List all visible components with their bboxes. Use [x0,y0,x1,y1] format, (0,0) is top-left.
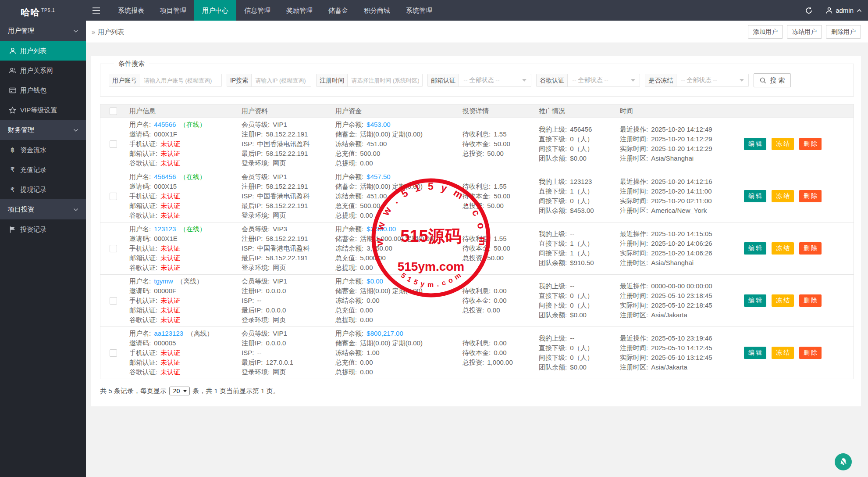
topbar: 哈哈TP5.1 系统报表项目管理用户中心信息管理奖励管理储蓄金积分商城系统管理 … [0,0,868,21]
nav-item[interactable]: 储蓄金 [320,0,356,21]
top-navigation: 系统报表项目管理用户中心信息管理奖励管理储蓄金积分商城系统管理 [110,0,440,21]
promotion-cell: 我的上级: --直接下级: 0（人）间接下级: 0（人）团队余额: $0.00 [535,327,616,379]
content-card: 条件搜索 用户账号IP搜索注册时间邮箱认证-- 全部状态 --谷歌认证-- 全部… [91,56,861,406]
sidebar-group[interactable]: 项目投资 [0,199,86,219]
sidebar-group[interactable]: 财务管理 [0,120,86,140]
sidebar-item[interactable]: 投资记录 [0,219,86,239]
page-size-value: 20 [173,387,180,395]
chevron-down-icon [73,129,78,132]
invest-detail-cell: 待收利息: 0.00待收本金: 0.00总投资: 1,000.00 [459,327,535,379]
freeze-button[interactable]: 冻结 [772,190,794,202]
row-checkbox[interactable] [110,193,117,200]
freeze-button[interactable]: 冻结 [772,138,794,150]
sidebar-item[interactable]: 用户钱包 [0,80,86,100]
search-field: 注册时间 [316,74,423,87]
user-funds-cell: 用户余额: $3,930.00储蓄金: 活期(1,000.00) 定期(0.00… [332,222,459,274]
refresh-icon[interactable] [805,7,813,14]
search-button[interactable]: 搜 索 [754,73,791,87]
bell-slash-icon [839,457,848,467]
invest-detail-cell: 待收利息: 1.55待收本金: 50.00总投资: 50.00 [459,170,535,222]
rupee-icon: ₹ [9,160,16,179]
sidebar-item[interactable]: 用户关系网 [0,61,86,80]
invest-detail-cell: 待收利息: 0.00待收本金: 0.00总投资: 0.00 [459,275,535,326]
notification-mute-button[interactable] [835,453,852,470]
invest-detail-cell: 待收利息: 1.55待收本金: 50.00总投资: 50.00 [459,222,535,274]
rupee-icon: ₹ [9,179,16,199]
freeze-button[interactable]: 冻结 [772,294,794,307]
user-profile-cell: 会员等级: VIP3注册IP: 58.152.22.191ISP: 中国香港电讯… [238,222,332,274]
delete-button[interactable]: 删除 [799,190,822,202]
search-input[interactable] [252,74,311,86]
edit-button[interactable]: 编辑 [744,294,766,307]
promotion-cell: 我的上级: --直接下级: 0（人）间接下级: 0（人）团队余额: $0.00 [535,275,616,326]
search-field: 用户账号 [109,74,222,87]
search-select[interactable]: -- 全部状态 -- [568,74,640,86]
sidebar-item[interactable]: ₹充值记录 [0,160,86,179]
page-title: 用户列表 [98,28,124,36]
chevron-down-icon [73,29,78,33]
baht-icon: ฿ [9,140,16,160]
nav-item[interactable]: 奖励管理 [278,0,320,21]
brand-version: TP5.1 [41,8,55,13]
admin-menu[interactable]: admin [826,7,862,14]
time-cell: 最近操作: 0000-00-00 00:00:00注册时间: 2025-05-1… [616,275,740,326]
freeze-button[interactable]: 冻结 [772,347,794,359]
nav-item[interactable]: 积分商城 [356,0,398,21]
delete-button[interactable]: 删除 [799,347,822,359]
edit-button[interactable]: 编辑 [744,242,766,255]
row-checkbox[interactable] [110,297,117,305]
page-action-button[interactable]: 添加用户 [748,25,783,39]
breadcrumb: »用户列表 [92,21,124,43]
users-icon [9,67,16,74]
nav-item[interactable]: 项目管理 [152,0,194,21]
user-funds-cell: 用户余额: $800,217.00储蓄金: 活期(0.00) 定期(0.00)冻… [332,327,459,379]
search-panel: 条件搜索 用户账号IP搜索注册时间邮箱认证-- 全部状态 --谷歌认证-- 全部… [100,60,854,97]
page-action-button[interactable]: 删除用户 [826,25,861,39]
user-profile-cell: 会员等级: VIP1注册IP: 58.152.22.191ISP: 中国香港电讯… [238,118,332,170]
row-checkbox[interactable] [110,245,117,252]
column-header: 投资详情 [459,107,535,115]
nav-item[interactable]: 系统管理 [398,0,440,21]
flag-icon [9,226,16,233]
table-row: 用户名: tgymw （离线）邀请码: 00000F手机认证: 未认证邮箱认证:… [100,275,854,327]
freeze-button[interactable]: 冻结 [772,242,794,255]
sidebar: 用户管理用户列表用户关系网用户钱包VIP等级设置财务管理฿资金流水₹充值记录₹提… [0,21,86,477]
select-all-checkbox[interactable] [110,108,117,115]
search-input[interactable] [348,74,422,86]
wallet-icon [9,87,16,93]
nav-item[interactable]: 用户中心 [194,0,236,21]
user-info-cell: 用户名: 445566 （在线）邀请码: 000X1F手机认证: 未认证邮箱认证… [126,118,238,170]
sidebar-item[interactable]: ₹提现记录 [0,179,86,199]
sidebar-item[interactable]: 用户列表 [0,41,86,61]
invest-detail-cell: 待收利息: 1.55待收本金: 50.00总投资: 50.00 [459,118,535,170]
edit-button[interactable]: 编辑 [744,190,766,202]
search-field: 邮箱认证-- 全部状态 -- [427,74,531,87]
edit-button[interactable]: 编辑 [744,138,766,150]
sidebar-item[interactable]: ฿资金流水 [0,140,86,160]
search-select[interactable]: -- 全部状态 -- [676,74,748,86]
search-icon [760,77,766,84]
nav-item[interactable]: 信息管理 [236,0,278,21]
delete-button[interactable]: 删除 [799,242,822,255]
caret-down-icon [522,79,526,82]
user-info-cell: 用户名: tgymw （离线）邀请码: 00000F手机认证: 未认证邮箱认证:… [126,275,238,326]
page-size-select[interactable]: 20 [169,387,190,395]
page-action-button[interactable]: 冻结用户 [787,25,822,39]
user-funds-cell: 用户余额: $457.50储蓄金: 活期(0.00) 定期(0.00)冻结余额:… [332,170,459,222]
promotion-cell: 我的上级: 456456直接下级: 0（人）间接下级: 0（人）团队余额: $0… [535,118,616,170]
delete-button[interactable]: 删除 [799,294,822,307]
search-input[interactable] [140,74,221,86]
sidebar-group[interactable]: 用户管理 [0,21,86,41]
user-info-cell: 用户名: 123123 （在线）邀请码: 000X1E手机认证: 未认证邮箱认证… [126,222,238,274]
search-select[interactable]: -- 全部状态 -- [459,74,531,86]
user-profile-cell: 会员等级: VIP1注册IP: 58.152.22.191ISP: 中国香港电讯… [238,170,332,222]
caret-down-icon [631,79,635,82]
sidebar-item[interactable]: VIP等级设置 [0,100,86,120]
edit-button[interactable]: 编辑 [744,347,766,359]
nav-item[interactable]: 系统报表 [110,0,152,21]
pagination: 共 5 条记录，每页显示 20 条，共 1 页当前显示第 1 页。 [100,387,854,395]
row-checkbox[interactable] [110,349,117,357]
delete-button[interactable]: 删除 [799,138,822,150]
menu-toggle-icon[interactable] [86,0,106,21]
row-checkbox[interactable] [110,140,117,148]
